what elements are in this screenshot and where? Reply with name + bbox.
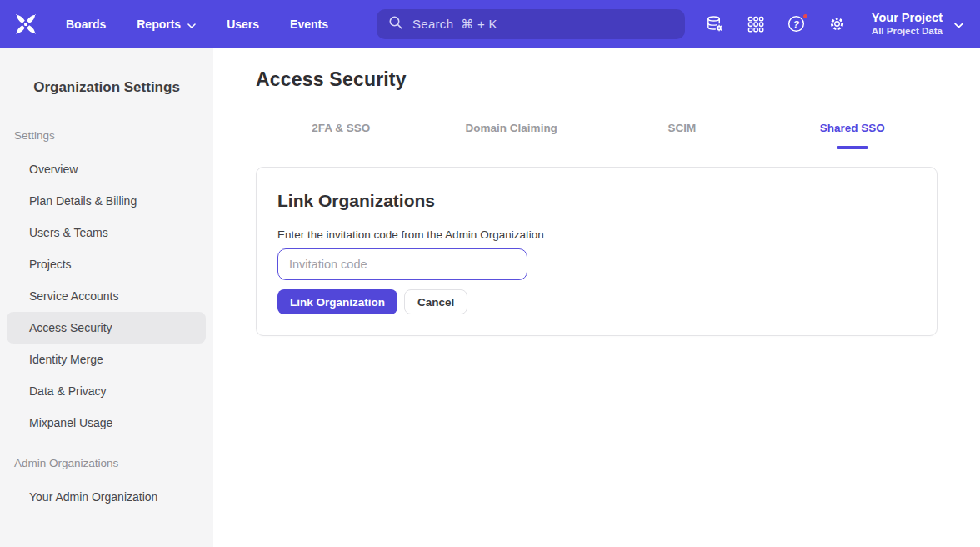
nav-label: Events xyxy=(290,18,328,31)
mixpanel-logo[interactable] xyxy=(13,12,38,37)
chevron-down-icon xyxy=(188,18,196,31)
sidebar-item-identity-merge[interactable]: Identity Merge xyxy=(7,344,206,375)
link-organization-button[interactable]: Link Organization xyxy=(278,289,398,314)
tab-shared-sso[interactable]: Shared SSO xyxy=(768,117,938,148)
search-input[interactable]: Search ⌘ + K xyxy=(377,9,685,39)
search-shortcut: ⌘ + K xyxy=(461,17,498,32)
main-nav: Boards Reports Users Events xyxy=(66,18,328,31)
settings-gear-icon[interactable] xyxy=(828,14,848,34)
invitation-code-input[interactable] xyxy=(278,248,528,280)
tab-bar: 2FA & SSO Domain Claiming SCIM Shared SS… xyxy=(256,117,938,148)
invitation-code-label: Enter the invitation code from the Admin… xyxy=(278,228,916,241)
tab-label: Shared SSO xyxy=(820,122,885,134)
settings-sidebar: Organization Settings Settings Overview … xyxy=(0,48,213,547)
active-tab-indicator xyxy=(837,146,868,149)
sidebar-item-data-privacy[interactable]: Data & Privacy xyxy=(7,375,206,407)
project-switcher[interactable]: Your Project All Project Data xyxy=(872,10,963,38)
sidebar-item-access-security[interactable]: Access Security xyxy=(7,312,206,344)
card-actions: Link Organization Cancel xyxy=(278,289,916,314)
help-icon[interactable]: ? xyxy=(787,14,807,34)
project-name: Your Project xyxy=(872,10,942,25)
sidebar-title: Organization Settings xyxy=(0,79,213,96)
tab-domain-claiming[interactable]: Domain Claiming xyxy=(427,117,598,148)
data-management-icon[interactable] xyxy=(705,14,725,34)
notification-dot xyxy=(802,13,809,20)
top-navbar: Boards Reports Users Events Search ⌘ + K xyxy=(0,0,980,48)
sidebar-item-mixpanel-usage[interactable]: Mixpanel Usage xyxy=(7,407,206,439)
section-label-settings: Settings xyxy=(14,129,213,142)
project-subtitle: All Project Data xyxy=(872,25,942,37)
sidebar-item-service-accounts[interactable]: Service Accounts xyxy=(7,280,206,312)
topbar-actions: ? Your Project All Project Data xyxy=(705,10,963,38)
search-icon xyxy=(388,15,403,33)
search-placeholder: Search xyxy=(412,17,453,32)
tab-2fa-sso[interactable]: 2FA & SSO xyxy=(256,117,427,148)
link-organizations-card: Link Organizations Enter the invitation … xyxy=(256,167,938,336)
sidebar-item-your-admin-organization[interactable]: Your Admin Organization xyxy=(7,481,206,513)
nav-item-boards[interactable]: Boards xyxy=(66,18,106,31)
section-label-admin-organizations: Admin Organizations xyxy=(14,457,213,469)
sidebar-item-projects[interactable]: Projects xyxy=(7,248,206,280)
nav-label: Boards xyxy=(66,18,106,31)
nav-item-users[interactable]: Users xyxy=(227,18,259,31)
cancel-button[interactable]: Cancel xyxy=(404,289,468,314)
svg-text:?: ? xyxy=(793,19,799,29)
page-title: Access Security xyxy=(256,68,938,91)
apps-grid-icon[interactable] xyxy=(746,14,766,34)
tab-scim[interactable]: SCIM xyxy=(597,117,768,148)
nav-item-reports[interactable]: Reports xyxy=(137,18,196,31)
nav-item-events[interactable]: Events xyxy=(290,18,328,31)
main-content: Access Security 2FA & SSO Domain Claimin… xyxy=(213,48,980,547)
nav-label: Users xyxy=(227,18,259,31)
sidebar-item-plan-details-billing[interactable]: Plan Details & Billing xyxy=(7,185,206,217)
sidebar-item-users-teams[interactable]: Users & Teams xyxy=(7,217,206,248)
card-title: Link Organizations xyxy=(278,191,916,211)
sidebar-item-overview[interactable]: Overview xyxy=(7,153,206,185)
chevron-down-icon xyxy=(954,17,963,32)
nav-label: Reports xyxy=(137,18,181,31)
